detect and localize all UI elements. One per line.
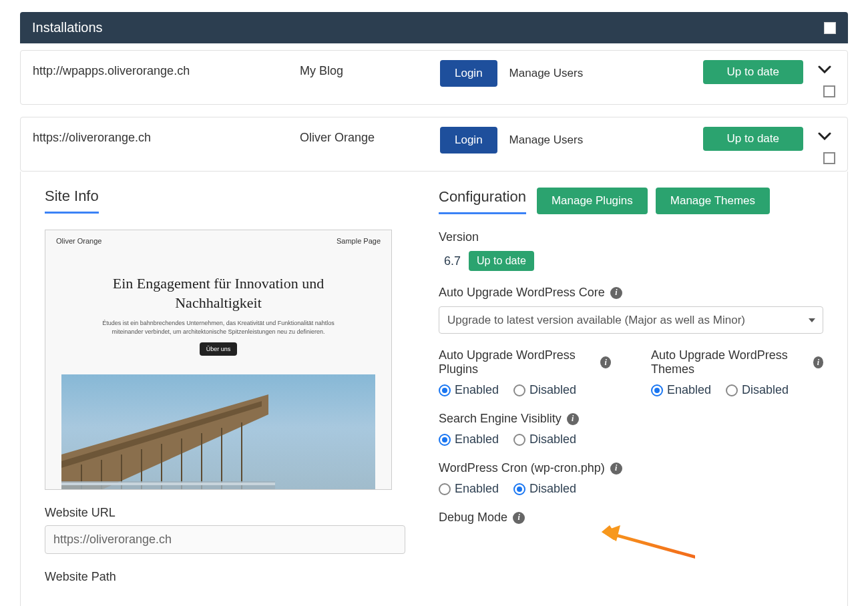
- tab-site-info[interactable]: Site Info: [45, 188, 99, 214]
- cron-label: WordPress Cron (wp-cron.php): [439, 461, 605, 475]
- svg-rect-12: [61, 483, 275, 485]
- version-label: Version: [439, 230, 823, 244]
- cron-disabled-radio[interactable]: Disabled: [513, 482, 576, 496]
- site-screenshot: Oliver Orange Sample Page Ein Engagement…: [45, 230, 392, 490]
- screenshot-brand: Oliver Orange: [56, 237, 101, 245]
- themes-disabled-radio[interactable]: Disabled: [726, 383, 789, 397]
- search-visibility-label: Search Engine Visiblity: [439, 412, 562, 426]
- login-button[interactable]: Login: [440, 127, 497, 154]
- info-icon[interactable]: i: [513, 512, 525, 524]
- debug-label: Debug Mode: [439, 511, 507, 525]
- header-title: Installations: [32, 20, 103, 35]
- tab-configuration[interactable]: Configuration: [439, 188, 526, 214]
- site-name: Oliver Orange: [300, 127, 440, 145]
- website-url-label: Website URL: [45, 506, 405, 520]
- site-url[interactable]: https://oliverorange.ch: [33, 127, 300, 145]
- screenshot-nav: Sample Page: [337, 237, 381, 245]
- manage-plugins-button[interactable]: Manage Plugins: [537, 188, 648, 214]
- search-disabled-radio[interactable]: Disabled: [513, 432, 576, 446]
- manage-users-link[interactable]: Manage Users: [509, 67, 584, 80]
- info-icon[interactable]: i: [600, 356, 611, 368]
- manage-themes-button[interactable]: Manage Themes: [656, 188, 770, 214]
- installation-row: http://wpapps.oliverorange.ch My Blog Lo…: [20, 50, 848, 105]
- version-value: 6.7: [439, 254, 461, 268]
- installations-header: Installations: [20, 12, 848, 43]
- status-badge: Up to date: [703, 127, 803, 151]
- website-path-label: Website Path: [45, 570, 405, 584]
- info-icon[interactable]: i: [610, 287, 622, 299]
- info-icon[interactable]: i: [567, 413, 579, 425]
- website-url-input[interactable]: [45, 525, 405, 554]
- chevron-down-icon[interactable]: [814, 127, 835, 147]
- manage-users-link[interactable]: Manage Users: [509, 133, 584, 147]
- plugins-disabled-radio[interactable]: Disabled: [513, 383, 576, 397]
- login-button[interactable]: Login: [440, 60, 497, 87]
- row-checkbox[interactable]: [823, 85, 835, 97]
- cron-enabled-radio[interactable]: Enabled: [439, 482, 499, 496]
- screenshot-headline: Ein Engagement für Innovation und Nachha…: [92, 274, 345, 312]
- plugins-enabled-radio[interactable]: Enabled: [439, 383, 499, 397]
- svg-rect-11: [61, 481, 275, 490]
- auto-core-label: Auto Upgrade WordPress Core: [439, 286, 605, 300]
- site-name: My Blog: [300, 60, 440, 78]
- screenshot-paragraph: Études ist ein bahnbrechendes Unternehme…: [92, 319, 345, 336]
- chevron-down-icon[interactable]: [814, 60, 835, 80]
- search-enabled-radio[interactable]: Enabled: [439, 432, 499, 446]
- row-checkbox[interactable]: [823, 152, 835, 164]
- themes-enabled-radio[interactable]: Enabled: [651, 383, 711, 397]
- screenshot-hero-image: [61, 374, 375, 490]
- select-all-checkbox[interactable]: [824, 22, 836, 34]
- detail-panel: Site Info Oliver Orange Sample Page Ein …: [20, 172, 848, 606]
- status-badge: Up to date: [703, 60, 803, 84]
- info-icon[interactable]: i: [813, 356, 823, 368]
- installation-row: https://oliverorange.ch Oliver Orange Lo…: [20, 117, 848, 172]
- site-url[interactable]: http://wpapps.oliverorange.ch: [33, 60, 300, 78]
- auto-themes-label: Auto Upgrade WordPress Themes: [651, 348, 808, 376]
- auto-plugins-label: Auto Upgrade WordPress Plugins: [439, 348, 595, 376]
- auto-core-select[interactable]: Upgrade to latest version available (Maj…: [439, 306, 823, 334]
- version-status-badge: Up to date: [469, 251, 534, 271]
- screenshot-cta: Über uns: [200, 342, 238, 356]
- info-icon[interactable]: i: [610, 463, 622, 475]
